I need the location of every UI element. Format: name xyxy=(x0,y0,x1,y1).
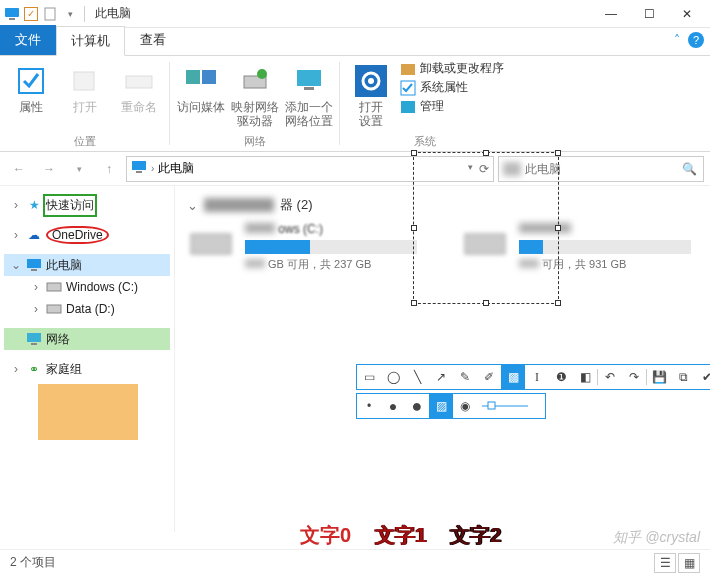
pattern-mosaic-icon[interactable]: ▨ xyxy=(429,394,453,418)
content-pane[interactable]: ⌄ 器 (2) ows (C:) GB 可用，共 237 GB 可用，共 931… xyxy=(175,186,710,532)
tree-onedrive[interactable]: › ☁ OneDrive xyxy=(4,224,170,246)
back-button[interactable]: ← xyxy=(6,156,32,182)
size-small-icon[interactable]: • xyxy=(357,394,381,418)
arrow-tool-icon[interactable]: ↗ xyxy=(429,365,453,389)
tree-label: 快速访问 xyxy=(46,197,94,214)
pattern-blur-icon[interactable]: ◉ xyxy=(453,394,477,418)
drive-stat: 可用，共 931 GB xyxy=(542,258,626,270)
svg-rect-11 xyxy=(304,87,314,90)
rename-label: 重命名 xyxy=(121,100,157,114)
marker-tool-icon[interactable]: ✐ xyxy=(477,365,501,389)
minimize-button[interactable]: — xyxy=(592,0,630,28)
expand-icon[interactable]: › xyxy=(10,362,22,376)
svg-rect-1 xyxy=(9,18,15,20)
rect-tool-icon[interactable]: ▭ xyxy=(357,365,381,389)
size-large-icon[interactable]: ● xyxy=(405,394,429,418)
qat-dropdown-icon[interactable]: ▾ xyxy=(62,6,78,22)
svg-rect-22 xyxy=(47,283,61,291)
uninstall-button[interactable]: 卸载或更改程序 xyxy=(400,60,504,77)
watermark: 知乎 @crystal xyxy=(613,529,700,547)
drive-d[interactable]: 可用，共 931 GB xyxy=(461,222,691,272)
address-bar[interactable]: › 此电脑 ▾ ⟳ xyxy=(126,156,494,182)
checkbox-small-icon xyxy=(400,80,416,96)
svg-rect-5 xyxy=(126,76,152,88)
thispc-small-icon xyxy=(131,159,147,178)
svg-point-14 xyxy=(368,78,374,84)
usage-bar xyxy=(245,240,417,254)
undo-icon[interactable]: ↶ xyxy=(598,365,622,389)
forward-button[interactable]: → xyxy=(36,156,62,182)
dropdown-icon[interactable]: ▾ xyxy=(468,162,473,176)
text-tool-icon[interactable]: I xyxy=(525,365,549,389)
tab-computer[interactable]: 计算机 xyxy=(56,26,125,56)
slider-icon[interactable] xyxy=(477,394,533,418)
sysprops-label: 系统属性 xyxy=(420,79,468,96)
addloc-label: 添加一个 网络位置 xyxy=(285,100,333,129)
media-icon xyxy=(184,64,218,98)
svg-rect-4 xyxy=(74,72,94,90)
annotation-orange-box xyxy=(38,384,138,440)
mosaic-tool-icon[interactable]: ▩ xyxy=(501,365,525,389)
tree-quick-access[interactable]: › ★ 快速访问 xyxy=(4,194,170,216)
up-button[interactable]: ↑ xyxy=(96,156,122,182)
search-box[interactable]: 🔍 xyxy=(498,156,704,182)
ellipse-tool-icon[interactable]: ◯ xyxy=(381,365,405,389)
rename-button[interactable]: 重命名 xyxy=(114,60,164,114)
collapse-icon[interactable]: ⌄ xyxy=(10,258,22,272)
tree-drive-c[interactable]: › Windows (C:) xyxy=(4,276,170,298)
view-tiles-icon[interactable]: ▦ xyxy=(678,553,700,573)
search-input[interactable] xyxy=(525,162,699,176)
maximize-button[interactable]: ☐ xyxy=(630,0,668,28)
media-button[interactable]: 访问媒体 xyxy=(176,60,226,129)
open-button[interactable]: 打开 xyxy=(60,60,110,114)
collapse-ribbon-icon[interactable]: ˄ xyxy=(674,33,680,47)
chevron-right-icon[interactable]: › xyxy=(151,163,154,174)
tree-drive-d[interactable]: › Data (D:) xyxy=(4,298,170,320)
expand-icon[interactable]: › xyxy=(30,280,42,294)
pen-tool-icon[interactable]: ✎ xyxy=(453,365,477,389)
tree-network[interactable]: 网络 xyxy=(4,328,170,350)
tree-homegroup[interactable]: › ⚭ 家庭组 xyxy=(4,358,170,380)
save-icon[interactable]: 💾 xyxy=(647,365,671,389)
manage-button[interactable]: 管理 xyxy=(400,98,504,115)
nav-bar: ← → ▾ ↑ › 此电脑 ▾ ⟳ 🔍 xyxy=(0,152,710,186)
help-icon[interactable]: ? xyxy=(688,32,704,48)
monitor-net-icon xyxy=(292,64,326,98)
expand-icon[interactable]: › xyxy=(30,302,42,316)
svg-point-9 xyxy=(257,69,267,79)
tree-thispc[interactable]: ⌄ 此电脑 xyxy=(4,254,170,276)
view-details-icon[interactable]: ☰ xyxy=(654,553,676,573)
drive-c[interactable]: ows (C:) GB 可用，共 237 GB xyxy=(187,222,417,272)
number-tool-icon[interactable]: ❶ xyxy=(549,365,573,389)
recent-dropdown[interactable]: ▾ xyxy=(66,156,92,182)
size-med-icon[interactable]: ● xyxy=(381,394,405,418)
checkbox-icon xyxy=(14,64,48,98)
eraser-tool-icon[interactable]: ◧ xyxy=(573,365,597,389)
tab-file[interactable]: 文件 xyxy=(0,25,56,55)
qat-doc-icon[interactable] xyxy=(42,6,58,22)
ribbon-group-network: 访问媒体 映射网络 驱动器 添加一个 网络位置 网络 xyxy=(170,56,340,151)
qat-check-icon[interactable]: ✓ xyxy=(24,7,38,21)
addloc-button[interactable]: 添加一个 网络位置 xyxy=(284,60,334,129)
expand-icon[interactable]: › xyxy=(10,198,22,212)
refresh-icon[interactable]: ⟳ xyxy=(479,162,489,176)
props-button[interactable]: 属性 xyxy=(6,60,56,114)
mapdrive-button[interactable]: 映射网络 驱动器 xyxy=(230,60,280,129)
expand-icon[interactable]: › xyxy=(10,228,22,242)
manage-icon xyxy=(400,99,416,115)
breadcrumb[interactable]: 此电脑 xyxy=(158,160,194,177)
copy-icon[interactable]: ⧉ xyxy=(671,365,695,389)
done-icon[interactable]: ✔ xyxy=(695,365,710,389)
section-header[interactable]: ⌄ 器 (2) xyxy=(187,196,698,214)
open-settings-button[interactable]: 打开 设置 xyxy=(346,60,396,129)
close-button[interactable]: ✕ xyxy=(668,0,706,28)
nav-tree[interactable]: › ★ 快速访问 › ☁ OneDrive ⌄ 此电脑 › Windows (C… xyxy=(0,186,175,532)
search-icon[interactable]: 🔍 xyxy=(682,162,697,176)
drive-stat: GB 可用，共 237 GB xyxy=(268,258,371,270)
collapse-icon[interactable]: ⌄ xyxy=(187,198,198,213)
manage-label: 管理 xyxy=(420,98,444,115)
line-tool-icon[interactable]: ╲ xyxy=(405,365,429,389)
redo-icon[interactable]: ↷ xyxy=(622,365,646,389)
sysprops-button[interactable]: 系统属性 xyxy=(400,79,504,96)
tab-view[interactable]: 查看 xyxy=(125,25,181,55)
